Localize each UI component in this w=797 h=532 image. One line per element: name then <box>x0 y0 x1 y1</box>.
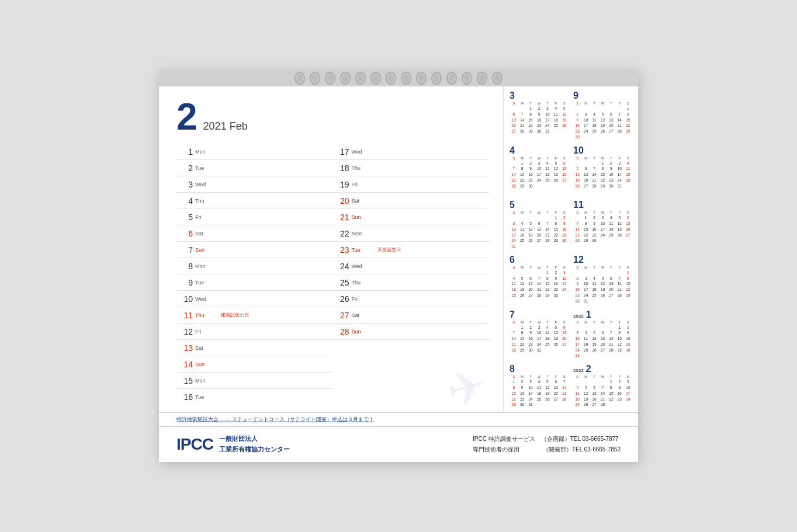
day-number: 14 <box>176 360 193 369</box>
day-number: 10 <box>176 294 193 304</box>
spiral-binding <box>159 70 638 86</box>
day-name: Fri <box>352 296 374 302</box>
day-name: Mon <box>195 263 217 269</box>
spiral-coil-2 <box>310 72 320 85</box>
day-name: Tue <box>195 280 217 286</box>
day-number: 11 <box>176 311 193 320</box>
day-name: Sun <box>195 361 217 367</box>
day-number: 16 <box>176 392 193 402</box>
day-row <box>333 389 490 405</box>
day-name: Sun <box>352 329 374 335</box>
calendar-top-section: 2 2021 Feb 1Mon2Tue3Wed4Thu5Fri6Sat7Sun8… <box>159 86 638 413</box>
day-number: 19 <box>333 180 349 189</box>
day-number: 15 <box>176 376 193 385</box>
month-number: 2 <box>176 98 197 135</box>
main-calendar: 2 2021 Feb 1Mon2Tue3Wed4Thu5Fri6Sat7Sun8… <box>159 86 504 412</box>
footer-contact: IPCC 特許調査サービス （企画部）TEL 03-6665-7877 専門技術… <box>473 434 621 455</box>
day-name: Sat <box>352 312 374 318</box>
day-columns: 1Mon2Tue3Wed4Thu5Fri6Sat7Sun8Mon9Tue10We… <box>176 144 489 405</box>
day-number: 2 <box>176 164 193 173</box>
spiral-coil-1 <box>294 72 305 85</box>
day-name: Tue <box>352 247 374 253</box>
day-name: Fri <box>195 329 217 335</box>
note-bar: 特許検索競技大会 …… スチューデントコース（サテライト開催）申込は３月まで！ <box>159 413 638 427</box>
day-row <box>333 356 490 373</box>
day-name: Wed <box>352 149 374 155</box>
spiral-coil-12 <box>462 72 472 85</box>
org-line2: 工業所有権協力センター <box>219 444 290 455</box>
day-number: 21 <box>333 213 349 222</box>
small-month-3: 3SMTWTFS 1234567891011121314151617181920… <box>510 91 569 144</box>
org-line1: 一般財団法人 <box>219 434 290 444</box>
day-row: 3Wed <box>176 176 333 193</box>
day-row: 11Thu建国記念の日 <box>176 307 333 324</box>
day-row: 21Sun <box>333 209 490 225</box>
day-row: 17Wed <box>333 144 490 160</box>
small-month-2: 20222SMTWTFS1234567891011121314151617181… <box>573 364 632 408</box>
day-name: Thu <box>195 312 217 318</box>
day-name: Sun <box>195 247 217 253</box>
spiral-coil-10 <box>431 72 442 85</box>
day-row <box>333 373 490 389</box>
spiral-coil-14 <box>492 72 503 85</box>
day-row: 24Wed <box>333 258 490 274</box>
day-number: 4 <box>176 196 193 206</box>
spiral-coil-5 <box>355 72 366 85</box>
day-row: 18Thu <box>333 160 490 176</box>
day-row: 26Fri <box>333 291 490 307</box>
calendar-wrapper: 2 2021 Feb 1Mon2Tue3Wed4Thu5Fri6Sat7Sun8… <box>159 70 638 462</box>
day-row: 1Mon <box>176 144 333 160</box>
day-number: 12 <box>176 327 193 336</box>
day-number: 1 <box>176 147 193 157</box>
day-row: 14Sun <box>176 356 333 373</box>
day-number: 8 <box>176 262 193 271</box>
day-row: 28Sun <box>333 324 490 340</box>
day-row: 16Tue <box>176 389 333 405</box>
day-name: Thu <box>195 198 217 204</box>
day-number: 24 <box>333 262 349 271</box>
day-name: Wed <box>195 296 217 302</box>
day-row: 2Tue <box>176 160 333 176</box>
day-row: 23Tue天皇誕生日 <box>333 242 490 258</box>
small-month-6: 6SMTWTFS12345678910111213141516171819202… <box>510 255 569 308</box>
day-number: 22 <box>333 229 349 238</box>
small-month-11: 11SMTWTFS1234567891011121314151617181920… <box>573 200 632 253</box>
day-number: 26 <box>333 294 349 304</box>
day-row: 6Sat <box>176 225 333 242</box>
day-name: Mon <box>195 378 217 384</box>
day-number: 27 <box>333 311 349 320</box>
day-number: 9 <box>176 278 193 287</box>
page-background: 2 2021 Feb 1Mon2Tue3Wed4Thu5Fri6Sat7Sun8… <box>0 0 797 532</box>
footer: IPCC 一般財団法人 工業所有権協力センター IPCC 特許調査サービス （企… <box>159 427 638 462</box>
day-name: Sat <box>352 198 374 204</box>
day-row <box>333 340 490 356</box>
day-row: 15Mon <box>176 373 333 389</box>
day-row: 25Thu <box>333 274 490 291</box>
day-number: 23 <box>333 245 349 255</box>
day-name: Mon <box>195 149 217 155</box>
day-name: Thu <box>352 280 374 286</box>
day-row: 9Tue <box>176 274 333 291</box>
logo-org-name: 一般財団法人 工業所有権協力センター <box>219 434 290 454</box>
day-name: Wed <box>352 263 374 269</box>
small-month-5: 5SMTWTFS12345678910111213141516171819202… <box>510 200 569 253</box>
small-month-4: 4SMTWTFS12345678910111213141516171819202… <box>510 146 569 199</box>
calendar-body: 2 2021 Feb 1Mon2Tue3Wed4Thu5Fri6Sat7Sun8… <box>159 86 638 462</box>
day-number: 13 <box>176 343 193 353</box>
spiral-coil-4 <box>340 72 351 85</box>
holiday-label: 建国記念の日 <box>221 312 249 318</box>
spiral-coil-3 <box>325 72 335 85</box>
month-header: 2 2021 Feb <box>176 98 489 135</box>
day-number: 18 <box>333 164 349 173</box>
day-row: 7Sun <box>176 242 333 258</box>
day-row: 20Sat <box>333 193 490 209</box>
spiral-coil-13 <box>477 72 487 85</box>
day-row: 27Sat <box>333 307 490 324</box>
month-label: 2021 Feb <box>203 120 248 133</box>
holiday-label: 天皇誕生日 <box>377 246 401 253</box>
contact-line1: IPCC 特許調査サービス （企画部）TEL 03-6665-7877 <box>473 434 621 444</box>
day-number: 6 <box>176 229 193 238</box>
day-row: 4Thu <box>176 193 333 209</box>
day-name: Sat <box>195 231 217 237</box>
day-row: 22Mon <box>333 225 490 242</box>
